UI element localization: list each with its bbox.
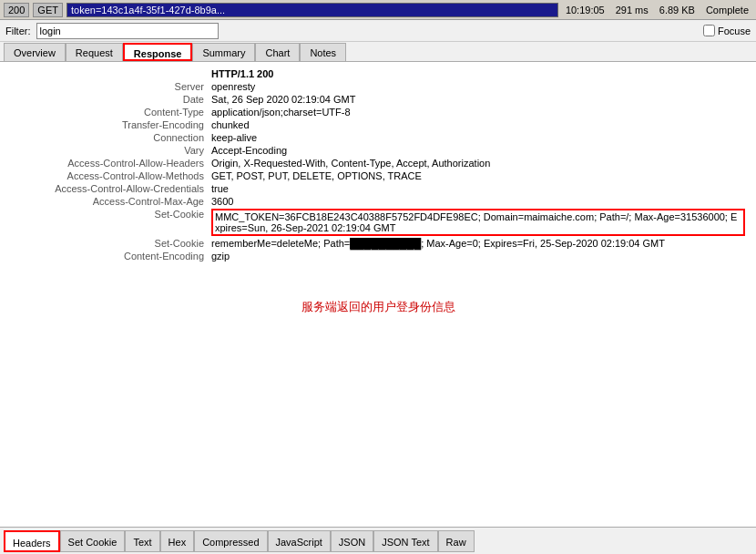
content-area: HTTP/1.1 200 Server openresty Date Sat, … bbox=[0, 62, 756, 527]
headers-section: HTTP/1.1 200 Server openresty Date Sat, … bbox=[7, 67, 749, 315]
bottom-tab-hex[interactable]: Hex bbox=[160, 530, 195, 552]
set-cookie-highlighted: MMC_TOKEN=36FCB18E243C40388F5752FD4DFE98… bbox=[211, 209, 745, 236]
header-value: openresty bbox=[208, 80, 749, 93]
filter-label: Filter: bbox=[5, 26, 31, 36]
header-name: Set-Cookie bbox=[7, 208, 208, 237]
table-row: Server openresty bbox=[7, 80, 749, 93]
header-name: Server bbox=[7, 80, 208, 93]
header-name: Connection bbox=[7, 131, 208, 144]
complete-status: Complete bbox=[702, 4, 752, 16]
http-status-value: HTTP/1.1 200 bbox=[208, 67, 749, 80]
focus-checkbox-wrapper: Focuse bbox=[703, 25, 751, 36]
header-name: Access-Control-Allow-Credentials bbox=[7, 182, 208, 195]
http-status-label bbox=[7, 67, 208, 80]
header-value: application/json;charset=UTF-8 bbox=[208, 106, 749, 118]
header-name: Content-Type bbox=[7, 106, 208, 118]
bottom-tab-setcookie[interactable]: Set Cookie bbox=[60, 530, 126, 552]
table-row: Connection keep-alive bbox=[7, 131, 749, 144]
tab-response[interactable]: Response bbox=[123, 43, 193, 61]
bottom-tab-text[interactable]: Text bbox=[125, 530, 159, 552]
header-value: rememberMe=deleteMe; Path=██████████; Ma… bbox=[208, 237, 749, 250]
bottom-tab-headers[interactable]: Headers bbox=[4, 530, 60, 552]
size-cell: 6.89 KB bbox=[656, 4, 699, 16]
table-row: Access-Control-Allow-Methods GET, POST, … bbox=[7, 169, 749, 182]
header-name: Date bbox=[7, 93, 208, 106]
header-value: gzip bbox=[208, 250, 749, 262]
set-cookie-row-highlighted: Set-Cookie MMC_TOKEN=36FCB18E243C40388F5… bbox=[7, 208, 749, 237]
header-value: chunked bbox=[208, 118, 749, 131]
bottom-tab-raw[interactable]: Raw bbox=[438, 530, 475, 552]
filter-input[interactable] bbox=[36, 23, 219, 39]
header-name: Access-Control-Max-Age bbox=[7, 195, 208, 208]
header-name: Set-Cookie bbox=[7, 237, 208, 250]
header-name: Vary bbox=[7, 144, 208, 157]
header-name: Content-Encoding bbox=[7, 250, 208, 262]
time-cell: 10:19:05 bbox=[562, 4, 608, 16]
filter-bar: Filter: Focuse bbox=[0, 20, 756, 42]
bottom-tabs-bar: Headers Set Cookie Text Hex Compressed J… bbox=[0, 527, 756, 554]
header-name: Transfer-Encoding bbox=[7, 118, 208, 131]
table-row: Access-Control-Allow-Credentials true bbox=[7, 182, 749, 195]
header-value: Accept-Encoding bbox=[208, 144, 749, 157]
header-value: Origin, X-Requested-With, Content-Type, … bbox=[208, 157, 749, 169]
headers-table: HTTP/1.1 200 Server openresty Date Sat, … bbox=[7, 67, 749, 262]
tabs-row: Overview Request Response Summary Chart … bbox=[0, 42, 756, 62]
status-badge: 200 bbox=[4, 3, 29, 17]
header-value: Sat, 26 Sep 2020 02:19:04 GMT bbox=[208, 93, 749, 106]
url-field: token=143c1a4f-35f1-427d-8b9a... bbox=[66, 3, 558, 17]
table-row: Content-Type application/json;charset=UT… bbox=[7, 106, 749, 118]
http-status-row: HTTP/1.1 200 bbox=[7, 67, 749, 80]
tab-overview[interactable]: Overview bbox=[4, 43, 66, 61]
bottom-tab-json[interactable]: JSON bbox=[331, 530, 373, 552]
header-name: Access-Control-Allow-Methods bbox=[7, 169, 208, 182]
header-name: Access-Control-Allow-Headers bbox=[7, 157, 208, 169]
table-row: Vary Accept-Encoding bbox=[7, 144, 749, 157]
header-value: true bbox=[208, 182, 749, 195]
tab-chart[interactable]: Chart bbox=[255, 43, 300, 61]
focus-label: Focuse bbox=[718, 26, 751, 36]
request-bar: 200 GET token=143c1a4f-35f1-427d-8b9a...… bbox=[0, 0, 756, 20]
bottom-tab-compressed[interactable]: Compressed bbox=[194, 530, 267, 552]
table-row: Transfer-Encoding chunked bbox=[7, 118, 749, 131]
header-value: 3600 bbox=[208, 195, 749, 208]
redacted-path: ██████████ bbox=[350, 238, 421, 249]
tab-notes[interactable]: Notes bbox=[300, 43, 346, 61]
header-value: MMC_TOKEN=36FCB18E243C40388F5752FD4DFE98… bbox=[208, 208, 749, 237]
table-row: Content-Encoding gzip bbox=[7, 250, 749, 262]
table-row: Access-Control-Allow-Headers Origin, X-R… bbox=[7, 157, 749, 169]
bottom-tab-jsontext[interactable]: JSON Text bbox=[373, 530, 437, 552]
set-cookie-row-2: Set-Cookie rememberMe=deleteMe; Path=███… bbox=[7, 237, 749, 250]
bottom-tab-javascript[interactable]: JavaScript bbox=[268, 530, 331, 552]
table-row: Date Sat, 26 Sep 2020 02:19:04 GMT bbox=[7, 93, 749, 106]
header-value: GET, POST, PUT, DELETE, OPTIONS, TRACE bbox=[208, 169, 749, 182]
tab-request[interactable]: Request bbox=[66, 43, 123, 61]
center-note: 服务端返回的用户登身份信息 bbox=[7, 299, 749, 315]
table-row: Access-Control-Max-Age 3600 bbox=[7, 195, 749, 208]
tab-summary[interactable]: Summary bbox=[192, 43, 255, 61]
duration-cell: 291 ms bbox=[612, 4, 652, 16]
header-value: keep-alive bbox=[208, 131, 749, 144]
focus-checkbox[interactable] bbox=[703, 25, 715, 36]
method-badge: GET bbox=[33, 3, 63, 17]
